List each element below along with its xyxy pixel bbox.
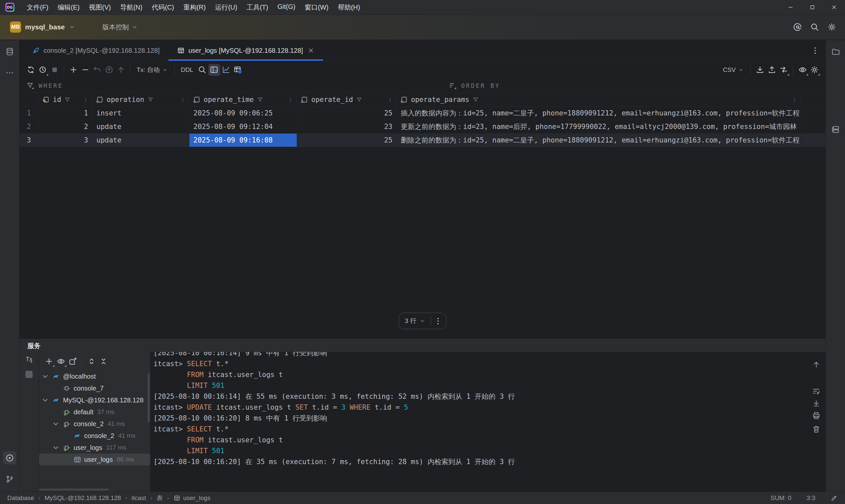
scroll-up-button[interactable]: [811, 359, 822, 370]
revert-changes-button[interactable]: [91, 64, 103, 76]
cell-r2-operate_time[interactable]: 2025-08-09 09:12:04: [190, 120, 297, 133]
search-everywhere-button[interactable]: [808, 20, 821, 34]
project-selector[interactable]: MB mysql_base: [6, 19, 78, 35]
find-in-grid-button[interactable]: [196, 64, 208, 76]
cell-r3-id[interactable]: 3: [39, 133, 92, 147]
cell-r1-operate_time[interactable]: 2025-08-09 09:06:25: [190, 107, 297, 120]
ai-assistant-button[interactable]: [791, 20, 804, 34]
menu-window[interactable]: 窗口(W): [300, 1, 333, 14]
sort-icon[interactable]: [180, 97, 186, 103]
cell-r2-id[interactable]: 2: [39, 120, 92, 133]
column-header-operate_params[interactable]: operate_params: [397, 93, 801, 106]
column-header-id[interactable]: id: [39, 93, 92, 106]
maximize-button[interactable]: [802, 0, 823, 15]
tree-vertical-scrollbar[interactable]: [147, 373, 150, 422]
editor-tab-1[interactable]: user_logs [MySQL-@192.168.128.128]: [168, 40, 323, 61]
submit-button[interactable]: [115, 64, 127, 76]
add-row-button[interactable]: [67, 64, 79, 76]
files-tool-button[interactable]: [829, 45, 842, 58]
close-tab-icon[interactable]: [307, 47, 315, 54]
export-button[interactable]: [766, 64, 778, 76]
filter-icon[interactable]: [356, 96, 363, 103]
tree-item-console_2[interactable]: console_241 ms: [39, 430, 150, 442]
breadcrumb-item-2[interactable]: itcast: [131, 494, 146, 502]
cell-r2-operate_params[interactable]: 更新之前的数据为：id=23, name=后羿, phone=177999900…: [397, 120, 801, 133]
cell-r3-operation[interactable]: update: [92, 133, 190, 147]
column-header-operate_id[interactable]: operate_id: [297, 93, 397, 106]
breadcrumb-item-1[interactable]: MySQL-@192.168.128.128: [45, 494, 121, 502]
editor-tab-0[interactable]: console_2 [MySQL-@192.168.128.128]: [23, 40, 168, 61]
menu-code[interactable]: 代码(C): [147, 1, 179, 14]
add-connection-button[interactable]: [43, 355, 55, 367]
menu-edit[interactable]: 编辑(E): [53, 1, 84, 14]
column-header-operate_time[interactable]: operate_time: [190, 93, 297, 106]
filter-icon[interactable]: [472, 96, 479, 103]
cell-r1-operate_id[interactable]: 25: [297, 107, 397, 120]
menu-git[interactable]: Git(G): [273, 1, 300, 14]
vcs-widget[interactable]: 版本控制: [99, 21, 141, 34]
row-count-dropdown[interactable]: 3 行: [401, 317, 429, 325]
clear-console-button[interactable]: [811, 424, 822, 434]
view-options-button[interactable]: [796, 64, 808, 76]
auto-refresh-button[interactable]: [37, 64, 49, 76]
menu-refactor[interactable]: 重构(R): [179, 1, 210, 14]
compare-button[interactable]: [778, 64, 790, 76]
cell-r3-operate_id[interactable]: 25: [297, 133, 397, 147]
ddl-button[interactable]: DDL: [178, 66, 196, 74]
caret-position[interactable]: 3:3: [807, 494, 815, 502]
tree-item-user_logs[interactable]: user_logs86 ms: [39, 453, 150, 465]
menu-tools[interactable]: 工具(T): [242, 1, 272, 14]
close-window-button[interactable]: [823, 0, 845, 15]
submit-preview-button[interactable]: [103, 64, 115, 76]
cell-r3-operate_params[interactable]: 删除之前的数据为：id=25, name=二皇子, phone=18809091…: [397, 133, 801, 147]
filter-icon[interactable]: [147, 96, 154, 103]
view-options-button[interactable]: [55, 355, 67, 367]
chevron-down-icon[interactable]: [41, 396, 50, 404]
order-by-field[interactable]: ORDER BY: [448, 82, 826, 89]
sort-icon[interactable]: [792, 97, 797, 103]
open-in-new-tab-button[interactable]: [67, 355, 78, 367]
cell-r2-operation[interactable]: update: [92, 120, 190, 133]
tree-item-@localhost[interactable]: @localhost: [39, 371, 150, 382]
row-number[interactable]: 2: [19, 120, 39, 133]
tree-item-default[interactable]: default37 ms: [39, 406, 150, 418]
import-button[interactable]: [754, 64, 766, 76]
tab-list-button[interactable]: [809, 44, 821, 56]
tree-item-MySQL-@192.168.128.128[interactable]: MySQL-@192.168.128.128: [39, 394, 150, 406]
chart-view-button[interactable]: [220, 64, 232, 76]
minimize-button[interactable]: [780, 0, 802, 15]
export-format-dropdown[interactable]: CSV: [720, 66, 747, 74]
row-number[interactable]: 1: [19, 107, 39, 120]
sort-icon[interactable]: [83, 97, 89, 103]
reload-data-button[interactable]: [25, 64, 37, 76]
tree-horizontal-scrollbar[interactable]: [39, 488, 109, 491]
tree-item-console_2[interactable]: console_241 ms: [39, 418, 150, 430]
cell-r2-operate_id[interactable]: 23: [297, 120, 397, 133]
menu-navigate[interactable]: 导航(N): [116, 1, 147, 14]
collapse-all-button[interactable]: [98, 355, 109, 367]
cell-r1-operation[interactable]: insert: [92, 107, 190, 120]
menu-help[interactable]: 帮助(H): [333, 1, 365, 14]
write-access-icon[interactable]: [830, 494, 838, 502]
services-tool-button[interactable]: [3, 451, 16, 464]
breadcrumb-item-4[interactable]: user_logs: [173, 494, 210, 502]
column-header-operation[interactable]: operation: [92, 93, 190, 106]
tree-item-console_7[interactable]: console_7: [39, 382, 150, 394]
breadcrumb-item-0[interactable]: Database: [7, 494, 34, 502]
cell-r1-id[interactable]: 1: [39, 107, 92, 120]
tx-button[interactable]: Tx: [26, 356, 32, 363]
breadcrumb-item-3[interactable]: 表: [156, 494, 163, 502]
git-tool-button[interactable]: [3, 472, 16, 486]
stop-button[interactable]: [49, 64, 60, 76]
print-button[interactable]: [811, 410, 822, 421]
tx-mode-dropdown[interactable]: Tx: 自动: [134, 66, 171, 74]
chevron-down-icon[interactable]: [52, 443, 60, 452]
row-number[interactable]: 3: [19, 133, 39, 147]
scroll-to-end-button[interactable]: [811, 398, 822, 409]
sort-icon[interactable]: [387, 97, 393, 103]
table-options-button[interactable]: [232, 64, 244, 76]
cell-r3-operate_time[interactable]: 2025-08-09 09:16:08: [190, 133, 297, 147]
menu-view[interactable]: 视图(V): [85, 1, 115, 14]
soft-wrap-button[interactable]: [811, 386, 822, 396]
database-objects-tool-button[interactable]: [829, 123, 842, 136]
